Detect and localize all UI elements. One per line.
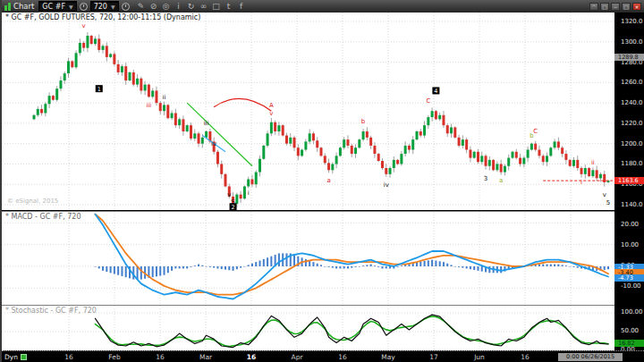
toolbar-icons: ✎⊘◎i↻∞□tf: [136, 2, 247, 12]
price-chart-svg[interactable]: v1iiiiiiiiivvS2iAvabivC43abCiiiv5: [2, 13, 614, 210]
price-tick-label: 1300.0: [621, 38, 643, 46]
svg-text:A: A: [269, 102, 274, 109]
stochastic-value-tag: 16.82: [614, 340, 644, 347]
last-price-tag: 1163.6: [614, 177, 644, 184]
macd-tick-label: -10.00: [621, 282, 641, 290]
dyn-label: Dyn: [4, 353, 18, 361]
time-axis-label: Mar: [199, 353, 212, 361]
crosshair-icon[interactable]: ◎: [161, 2, 172, 12]
time-axis-label: 16: [247, 353, 256, 361]
shade-button[interactable]: ^: [589, 3, 598, 11]
chart-tab-label: Chart: [13, 2, 34, 11]
gridlines: [2, 13, 614, 210]
price-tick-label: 1260.0: [621, 79, 643, 86]
gridlines: [2, 212, 614, 305]
svg-text:i: i: [580, 179, 582, 186]
wave-annotations: v1iiiiiiiiivvS2iAvabivC43abCiiiv5: [82, 22, 611, 210]
macd-chart-svg[interactable]: [2, 212, 614, 305]
chevron-down-icon: ▼: [111, 4, 115, 10]
svg-text:a: a: [326, 177, 330, 184]
svg-text:ii: ii: [163, 94, 166, 101]
reference-price-tag: 1289.8: [614, 54, 644, 61]
price-tick-label: 1140.0: [621, 201, 643, 208]
candle-wicks: [34, 32, 608, 207]
restore-button[interactable]: □: [600, 3, 609, 11]
symbol-value: GC #F: [42, 3, 65, 11]
time-axis-label: May: [381, 353, 395, 361]
candle-bodies: [33, 36, 610, 204]
clock-icon[interactable]: [80, 3, 88, 11]
interval-input[interactable]: 720 ▼: [90, 1, 119, 12]
cursor-date-tag: 0:00 06/26/2015: [558, 353, 623, 361]
stochastic-panel-title: * Stochastic - GC #F, 720: [5, 307, 97, 315]
price-tick-label: 1320.0: [621, 18, 643, 25]
pencil-icon[interactable]: ✎: [136, 2, 147, 12]
chart-window: Chart GC #F ▼ 720 ▼ ✎⊘◎i↻∞□tf ^□−□× * GC…: [0, 0, 644, 362]
svg-text:iii: iii: [204, 120, 209, 127]
svg-text:v: v: [269, 110, 273, 117]
svg-text:b: b: [361, 118, 366, 125]
svg-text:C: C: [533, 128, 538, 135]
price-tick-label: 1200.0: [621, 140, 643, 147]
macd-panel-title: * MACD - GC #F, 720: [5, 213, 80, 221]
svg-text:v: v: [82, 22, 86, 29]
new-window-icon[interactable]: □: [211, 2, 222, 12]
calendar-icon: [21, 354, 27, 360]
stoch-k-line: [96, 315, 609, 348]
price-panel-title: * GC #F, GOLD FUTURES, 720, 12:00-11:15 …: [5, 13, 200, 21]
refresh-icon[interactable]: ↻: [186, 2, 197, 12]
price-tick-label: 1240.0: [621, 99, 643, 106]
stoch-tick-label: 100.00: [621, 308, 643, 316]
svg-text:iv: iv: [384, 181, 389, 189]
time-axis-label: 16: [521, 353, 530, 361]
time-axis-label: 16: [64, 353, 73, 361]
macd-line: [96, 215, 609, 299]
facebook-icon[interactable]: f: [236, 2, 247, 12]
toolbar: Chart GC #F ▼ 720 ▼ ✎⊘◎i↻∞□tf ^□−□×: [2, 0, 644, 13]
link-icon[interactable]: ∞: [199, 2, 209, 12]
price-tick-label: 1180.0: [621, 160, 643, 167]
app-icon: [4, 3, 11, 11]
price-tick-label: 1220.0: [621, 120, 643, 127]
macd-tick-label: 20.00: [621, 221, 639, 228]
svg-text:i: i: [248, 189, 250, 197]
time-axis-label: Apr: [292, 353, 303, 361]
macd-tick-label: 10.00: [621, 241, 639, 248]
close-button[interactable]: ×: [632, 3, 641, 11]
watermark: © eSignal, 2015: [7, 198, 58, 205]
svg-text:a: a: [499, 177, 503, 184]
time-axis-label: Feb: [108, 353, 120, 361]
stochastic-panel[interactable]: * Stochastic - GC #F, 720: [2, 305, 614, 351]
window-controls: ^□−□×: [589, 3, 641, 11]
dyn-button[interactable]: Dyn: [4, 353, 27, 361]
svg-text:iv: iv: [211, 140, 216, 147]
svg-text:2: 2: [231, 204, 234, 210]
time-axis-label: 17: [429, 353, 438, 361]
eraser-icon[interactable]: ⊘: [148, 2, 159, 12]
price-panel[interactable]: * GC #F, GOLD FUTURES, 720, 12:00-11:15 …: [2, 13, 614, 210]
info-icon[interactable]: i: [174, 2, 184, 12]
minimize-button[interactable]: −: [611, 3, 620, 11]
macd-panel[interactable]: * MACD - GC #F, 720: [2, 211, 614, 305]
time-axis[interactable]: Dyn 16Feb16Mar16Apr16May17Jun16 0:00 06/…: [2, 350, 644, 362]
macd-value-tag: -4.73: [614, 274, 644, 282]
twitter-icon[interactable]: t: [224, 2, 234, 12]
svg-text:4: 4: [434, 88, 437, 95]
svg-text:v: v: [227, 191, 231, 198]
time-axis-label: 16: [338, 353, 347, 361]
symbol-input[interactable]: GC #F ▼: [38, 1, 76, 12]
interval-value: 720: [94, 3, 107, 11]
svg-text:5: 5: [606, 199, 610, 206]
macd-histogram: [94, 253, 609, 279]
timer-icon[interactable]: [122, 3, 130, 11]
time-axis-label: Jun: [474, 353, 485, 361]
svg-text:ii: ii: [591, 159, 595, 166]
price-axis[interactable]: 1320.01300.01280.01260.01240.01220.01200…: [614, 13, 644, 362]
stoch-tick-label: 50.00: [621, 327, 639, 334]
svg-text:C: C: [426, 97, 430, 105]
signal-line: [96, 215, 609, 295]
svg-text:v: v: [603, 191, 606, 198]
maximize-button[interactable]: □: [622, 3, 631, 11]
chevron-down-icon: ▼: [69, 4, 73, 10]
svg-text:iii: iii: [146, 102, 151, 109]
